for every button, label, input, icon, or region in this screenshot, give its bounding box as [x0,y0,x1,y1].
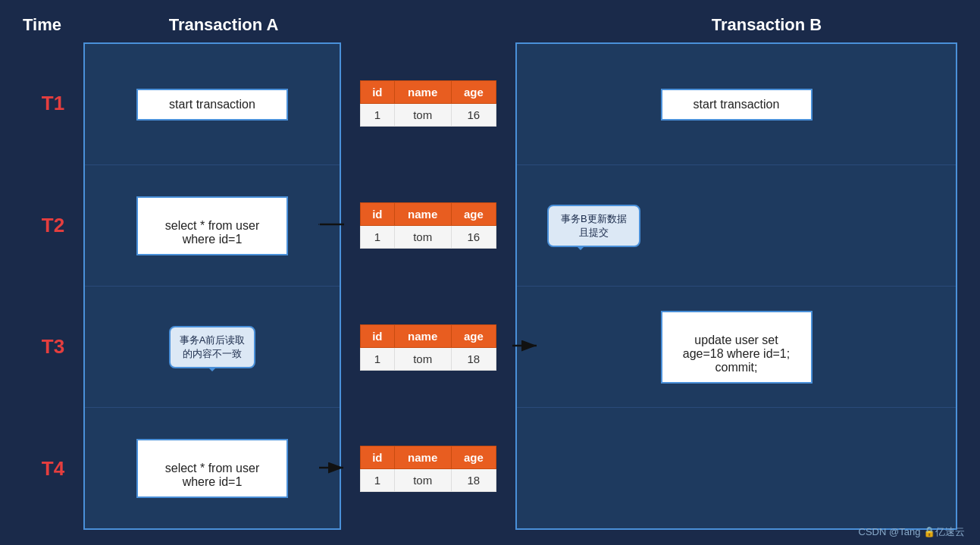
db-t4-col-age: age [451,446,496,469]
db-t3-col-age: age [451,324,496,347]
trans-a-header: Transaction A [83,15,364,35]
db-t2-col-name: name [394,203,451,226]
db-t1-col-id: id [361,80,395,103]
db-t3-col-id: id [361,324,395,347]
arrow-t4-right [318,460,345,478]
trans-a-panel: start transaction select * from user whe… [83,42,341,530]
trans-a-t3-bubble: 事务A前后读取 的内容不一致 [169,326,256,368]
trans-b-t2-bubble: 事务B更新数据 且提交 [547,205,640,247]
trans-b-t4-cell [517,408,956,528]
arrow-t3-right [512,338,538,356]
arrow-t2-left [318,217,345,235]
trans-a-t4-box: select * from user where id=1 [136,439,288,498]
db-t1-row-id: 1 [361,103,395,126]
db-t1-col-name: name [394,80,451,103]
db-t4-row-age: 18 [451,469,496,492]
trans-a-t1-box: start transaction [136,89,288,121]
db-t2-col-id: id [361,203,395,226]
watermark: CSDN @Tang 🔒亿速云 [859,525,965,539]
diagram-area: T1 T2 T3 T4 start transaction select * f… [23,42,957,530]
trans-a-t1-cell: start transaction [85,44,340,165]
db-t3-row-age: 18 [451,347,496,370]
db-t2-row-name: tom [394,226,451,249]
db-t2: id name age 1 tom 16 [341,165,515,287]
db-table-t4: id name age 1 tom 18 [360,446,496,492]
db-t4: id name age 1 tom 18 [341,409,515,531]
db-t3-row-name: tom [394,347,451,370]
db-t3: id name age 1 tom 18 [341,287,515,409]
db-t1: id name age 1 tom 16 [341,42,515,165]
db-t3-col-name: name [394,324,451,347]
trans-a-t2-box: select * from user where id=1 [136,196,288,255]
db-t2-col-age: age [451,203,496,226]
db-t4-col-name: name [394,446,451,469]
db-table-t2: id name age 1 tom 16 [360,202,496,249]
db-t1-col-age: age [451,80,496,103]
db-t1-row-name: tom [394,103,451,126]
db-t4-col-id: id [361,446,395,469]
time-t1: T1 [42,92,64,115]
header-row: Time Transaction A Transaction B [23,15,957,35]
db-t2-row-age: 16 [451,226,496,249]
db-t2-row-id: 1 [361,226,395,249]
trans-a-t3-cell: 事务A前后读取 的内容不一致 [85,287,340,408]
db-t1-row-age: 16 [451,103,496,126]
trans-b-t1-box: start transaction [661,89,812,121]
time-column: T1 T2 T3 T4 [23,42,83,530]
db-t3-row-id: 1 [361,347,395,370]
trans-b-t3-cell: update user set age=18 where id=1; commi… [517,287,956,408]
time-header: Time [23,15,83,35]
trans-a-t4-cell: select * from user where id=1 [85,408,340,528]
trans-b-header: Transaction B [712,15,822,34]
trans-b-t3-box: update user set age=18 where id=1; commi… [661,311,812,384]
db-t4-row-id: 1 [361,469,395,492]
time-t2: T2 [42,214,64,237]
trans-b-t1-cell: start transaction [517,44,956,165]
main-container: Time Transaction A Transaction B T1 T2 T… [0,0,980,545]
center-panel: id name age 1 tom 16 [341,42,515,530]
db-table-t1: id name age 1 tom 16 [360,80,496,127]
db-table-t3: id name age 1 tom 18 [360,324,496,371]
time-t4: T4 [42,457,64,481]
db-t4-row-name: tom [394,469,451,492]
trans-a-t2-cell: select * from user where id=1 [85,165,340,287]
time-t3: T3 [42,335,64,359]
trans-b-panel: start transaction 事务B更新数据 且提交 update use… [515,42,957,530]
trans-b-t2-cell: 事务B更新数据 且提交 [517,165,956,287]
